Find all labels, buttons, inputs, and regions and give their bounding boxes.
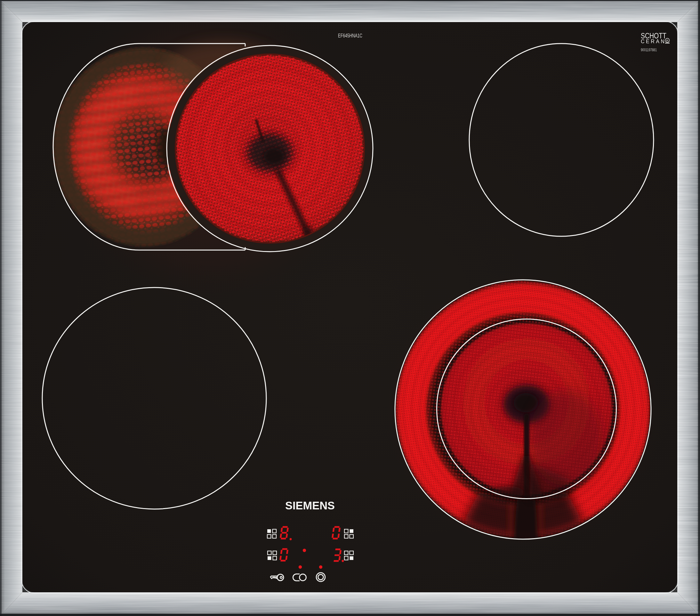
svg-text:EF645HNA1C: EF645HNA1C [338, 33, 362, 39]
svg-text:R: R [666, 39, 668, 42]
svg-text:CERAN: CERAN [641, 39, 664, 44]
svg-text:9001197881: 9001197881 [641, 48, 657, 52]
svg-text:SIEMENS: SIEMENS [285, 500, 335, 512]
